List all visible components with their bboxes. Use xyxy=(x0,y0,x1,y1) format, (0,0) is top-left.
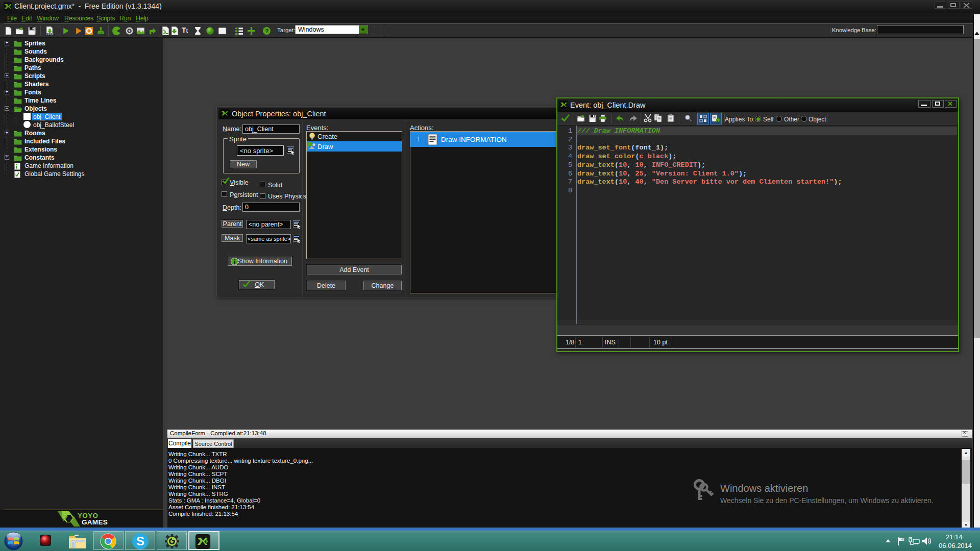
svg-text:?: ? xyxy=(265,28,268,34)
svg-text:10101: 10101 xyxy=(46,33,54,35)
